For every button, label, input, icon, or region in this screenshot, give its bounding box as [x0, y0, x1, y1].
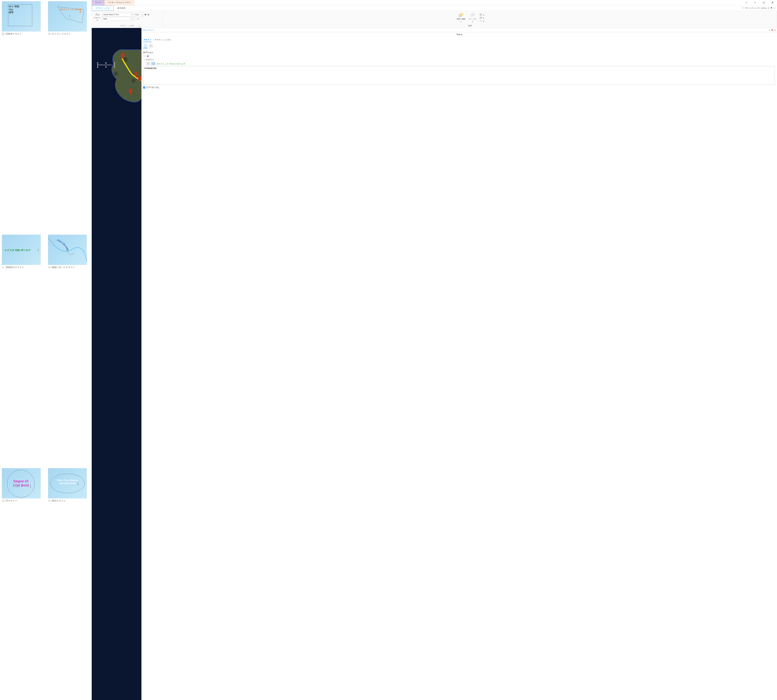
sign-in-area[interactable]: サインインしていません ▾ ▢: [740, 7, 777, 10]
send-backward-icon: [470, 13, 475, 17]
ribbon-tab-map[interactable]: マップ: [92, 0, 104, 5]
chevron-down-icon[interactable]: ▾: [97, 19, 98, 21]
rectangle-text-sample: ＭＳ 明朝 16pt 標準: [9, 5, 19, 14]
map-view[interactable]: ▾ FERNANDINA: [92, 28, 141, 700]
tag-plain-icon[interactable]: A: [146, 62, 150, 65]
font-size-combo[interactable]: 9 pt▾: [134, 13, 144, 17]
curve-text-caption: 曲線に沿ったテキスト: [52, 266, 75, 269]
polygon-text-preview: MS Pゴシック 14pt 標準: [48, 1, 87, 32]
word-wrap-checkbox[interactable]: [143, 87, 145, 88]
svg-point-19: [771, 8, 772, 9]
svg-text:A: A: [3, 500, 4, 502]
rectangle-text-icon: A: [2, 33, 5, 35]
align-icon[interactable]: ▾: [480, 13, 484, 16]
svg-rect-39: [150, 45, 152, 47]
gallery-item-ellipse-text[interactable]: Times New Roman13pt Bold Italic A 楕円テキスト: [48, 468, 90, 699]
options-heading: オプション: [143, 51, 775, 54]
subtab-display-settings[interactable]: 表示設定: [114, 6, 129, 10]
send-backward-button[interactable]: 背面へ移動▾: [467, 12, 478, 23]
svg-rect-21: [460, 13, 463, 16]
panel-tab-text[interactable]: テキスト: [143, 38, 152, 42]
polygon-text-sample: MS Pゴシック 14pt 標準: [60, 8, 82, 13]
ribbon-tab-vector-tile-layer[interactable]: ベクター タイル レイヤー: [104, 0, 134, 5]
straight-text-icon: A: [2, 266, 5, 269]
svg-text:A: A: [49, 500, 50, 502]
svg-text:A: A: [148, 63, 149, 64]
chevron-down-icon: ▾: [768, 7, 769, 9]
straight-text-caption: 直線状のテキスト: [6, 266, 24, 269]
gallery-item-rectangle-text[interactable]: ＭＳ 明朝 16pt 標準 A 四角形テキスト: [2, 1, 43, 232]
ellipse-text-preview: Times New Roman13pt Bold Italic: [48, 468, 87, 498]
gallery-item-curve-text[interactable]: Arial 12pt Italic abc 曲線に沿ったテキスト: [48, 235, 90, 465]
svg-rect-29: [480, 20, 481, 21]
maximize-button[interactable]: [760, 0, 767, 5]
svg-text:A: A: [2, 33, 4, 35]
gallery-item-polygon-text[interactable]: MS Pゴシック 14pt 標準 A ポリゴン テキスト: [48, 1, 90, 232]
distribute-icon[interactable]: ▾: [480, 17, 484, 19]
svg-rect-15: [763, 2, 765, 3]
increase-font-icon[interactable]: A▴: [145, 13, 147, 16]
polygon-text-caption: ポリゴン テキスト: [52, 32, 71, 35]
close-button[interactable]: [769, 0, 776, 5]
general-row[interactable]: › 一般: [143, 55, 775, 58]
circle-text-sample: Segoe UI17pt Bold: [8, 479, 33, 487]
word-wrap-label: 文字の折り返し: [146, 86, 160, 89]
ribbon-group-label-textsymbol: テキスト シンボル: [93, 24, 162, 27]
text-value-input[interactable]: [143, 66, 775, 85]
ribbon-group-text-symbol: Aa テキスト ▾ Avenir Next LT Pro▾ 9 pt▾ A▴ A…: [92, 11, 163, 28]
minimize-button[interactable]: [752, 0, 759, 5]
ribbon-subtabs: グラフィックス 表示設定 サインインしていません ▾ ▢: [92, 5, 777, 11]
bring-forward-icon: [459, 13, 463, 17]
ellipse-text-icon: A: [48, 499, 51, 502]
gallery-item-circle-text[interactable]: Segoe UI17pt Bold A 円テキスト: [2, 468, 43, 699]
decrease-font-icon[interactable]: A▾: [148, 14, 149, 16]
circle-text-preview: Segoe UI17pt Bold: [2, 468, 41, 498]
dynamic-text-help-link[interactable]: ダイナミック テキストのヘルプ: [156, 63, 185, 65]
titlebar: マップ ベクター タイル レイヤー ?: [92, 0, 777, 5]
tag-dynamic-icon[interactable]: </>: [151, 62, 155, 65]
panel-subtitle: Text 8: [142, 32, 777, 37]
group-icon[interactable]: ▾: [480, 20, 484, 22]
font-family-combo[interactable]: Avenir Next LT Pro▾: [102, 13, 133, 17]
font-color-swatch[interactable]: [134, 17, 137, 20]
text-gallery-icon[interactable]: Aa: [93, 12, 101, 17]
circle-text-icon: A: [2, 499, 5, 502]
font-style-combo[interactable]: Italic▾: [102, 17, 133, 21]
bring-forward-button[interactable]: 前面へ移動▾: [456, 12, 466, 23]
straight-text-preview: メイリオ 12pt ボールド: [2, 235, 41, 265]
svg-text:</>: </>: [153, 63, 154, 65]
view-menu-button[interactable]: ▾: [138, 25, 141, 28]
workspace: ▾ FERNANDINA: [92, 28, 777, 700]
ribbon-group-label-arrange: 配置: [468, 24, 472, 27]
sign-in-label: サインインしていません: [745, 7, 767, 10]
svg-point-18: [742, 7, 744, 8]
svg-rect-25: [481, 14, 482, 15]
svg-text:A: A: [2, 266, 4, 268]
notification-bell-icon[interactable]: [770, 7, 773, 10]
format-text-icon[interactable]: [143, 43, 148, 48]
close-icon[interactable]: ✕: [774, 29, 776, 31]
map-text-element[interactable]: FERNANDINA: [98, 64, 112, 66]
svg-text:abc: abc: [48, 266, 50, 268]
user-icon: [742, 7, 744, 9]
placement-icon[interactable]: [149, 43, 154, 48]
svg-text:Arial 12pt Italic: Arial 12pt Italic: [57, 238, 69, 251]
circle-text-caption: 円テキスト: [6, 499, 17, 502]
svg-point-33: [132, 79, 136, 83]
text-row[interactable]: ⌄ テキスト: [143, 58, 775, 61]
ribbon-collapse-icon[interactable]: ▢: [774, 7, 775, 9]
panel-menu-icon[interactable]: ▾: [769, 29, 770, 31]
text-style-gallery: ＭＳ 明朝 16pt 標準 A 四角形テキスト MS Pゴシック 14pt 標準…: [0, 0, 92, 700]
svg-point-32: [114, 72, 118, 76]
help-button[interactable]: ?: [743, 0, 750, 5]
svg-rect-24: [480, 14, 481, 15]
chevron-down-icon[interactable]: ▾: [138, 18, 139, 20]
pin-icon[interactable]: 📌: [771, 29, 773, 31]
ribbon: Aa テキスト ▾ Avenir Next LT Pro▾ 9 pt▾ A▴ A…: [92, 11, 777, 28]
panel-tab-text-symbol[interactable]: テキスト シンボル: [154, 38, 171, 42]
svg-rect-27: [480, 17, 481, 18]
element-panel: エレメント ▾ 📌 ✕ Text 8 テキスト テキスト シンボル: [141, 28, 777, 700]
svg-rect-30: [481, 20, 482, 22]
subtab-graphics[interactable]: グラフィックス: [92, 6, 114, 11]
gallery-item-straight-text[interactable]: メイリオ 12pt ボールド A 直線状のテキスト: [2, 235, 43, 465]
